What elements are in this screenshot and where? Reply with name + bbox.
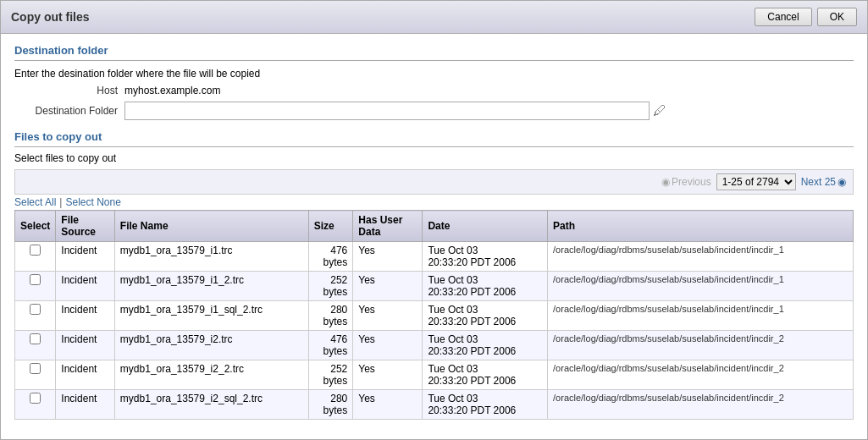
files-section-title: Files to copy out: [14, 130, 854, 147]
row-date: Tue Oct 0320:33:20 PDT 2006: [423, 331, 548, 360]
next-button[interactable]: Next 25 ◉: [801, 176, 846, 188]
row-date: Tue Oct 0320:33:20 PDT 2006: [423, 301, 548, 331]
table-row: Incidentmydb1_ora_13579_i1_2.trc252bytes…: [15, 272, 854, 301]
previous-button: ◉ Previous: [661, 176, 711, 188]
row-has-user-data: Yes: [353, 360, 423, 390]
row-date: Tue Oct 0320:33:20 PDT 2006: [423, 272, 548, 301]
row-checkbox-cell: [15, 331, 56, 360]
th-file-name: File Name: [114, 211, 308, 242]
row-size: 280bytes: [308, 301, 353, 331]
row-date: Tue Oct 0320:33:20 PDT 2006: [423, 242, 548, 272]
row-checkbox[interactable]: [30, 393, 41, 404]
row-file-source: Incident: [56, 331, 115, 360]
pagination-range-select[interactable]: 1-25 of 2794: [716, 173, 796, 190]
row-checkbox-cell: [15, 272, 56, 301]
previous-circle-icon: ◉: [661, 176, 670, 188]
row-path: /oracle/log/diag/rdbms/suselab/suselab/i…: [548, 242, 854, 272]
row-checkbox[interactable]: [30, 304, 41, 315]
host-value: myhost.example.com: [124, 85, 220, 96]
row-checkbox[interactable]: [30, 333, 41, 344]
copy-out-files-dialog: Copy out files Cancel OK Destination fol…: [0, 0, 868, 440]
row-date: Tue Oct 0320:33:20 PDT 2006: [423, 390, 548, 420]
row-path: /oracle/log/diag/rdbms/suselab/suselab/i…: [548, 331, 854, 360]
row-file-source: Incident: [56, 360, 115, 390]
destination-section: Destination folder Enter the desination …: [14, 44, 854, 120]
row-file-name: mydb1_ora_13579_i2_sql_2.trc: [114, 390, 308, 420]
th-has-user-data: Has UserData: [353, 211, 423, 242]
destination-folder-input[interactable]: [124, 102, 650, 120]
th-size: Size: [308, 211, 353, 242]
table-row: Incidentmydb1_ora_13579_i2_sql_2.trc280b…: [15, 390, 854, 420]
next-label: Next 25: [801, 176, 836, 188]
th-date: Date: [423, 211, 548, 242]
browse-icon[interactable]: 🖊: [653, 103, 666, 118]
th-file-source: FileSource: [56, 211, 115, 242]
row-path: /oracle/log/diag/rdbms/suselab/suselab/i…: [548, 360, 854, 390]
host-row: Host myhost.example.com: [14, 85, 854, 96]
row-file-name: mydb1_ora_13579_i1_2.trc: [114, 272, 308, 301]
row-file-source: Incident: [56, 390, 115, 420]
table-row: Incidentmydb1_ora_13579_i1_sql_2.trc280b…: [15, 301, 854, 331]
dialog-body: Destination folder Enter the desination …: [1, 34, 867, 430]
row-has-user-data: Yes: [353, 242, 423, 272]
th-path: Path: [548, 211, 854, 242]
previous-label: Previous: [672, 176, 711, 188]
table-row: Incidentmydb1_ora_13579_i2_2.trc252bytes…: [15, 360, 854, 390]
table-row: Incidentmydb1_ora_13579_i2.trc476bytesYe…: [15, 331, 854, 360]
host-label: Host: [14, 85, 124, 96]
th-select: Select: [15, 211, 56, 242]
table-row: Incidentmydb1_ora_13579_i1.trc476bytesYe…: [15, 242, 854, 272]
cancel-button[interactable]: Cancel: [755, 8, 811, 26]
destination-folder-label: Destination Folder: [14, 105, 124, 117]
row-size: 476bytes: [308, 331, 353, 360]
row-date: Tue Oct 0320:33:20 PDT 2006: [423, 360, 548, 390]
row-has-user-data: Yes: [353, 301, 423, 331]
row-file-source: Incident: [56, 301, 115, 331]
row-checkbox-cell: [15, 242, 56, 272]
destination-section-title: Destination folder: [14, 44, 854, 61]
destination-folder-row: Destination Folder 🖊: [14, 102, 854, 120]
file-table-body: Incidentmydb1_ora_13579_i1.trc476bytesYe…: [15, 242, 854, 420]
row-checkbox-cell: [15, 301, 56, 331]
row-file-name: mydb1_ora_13579_i2.trc: [114, 331, 308, 360]
row-path: /oracle/log/diag/rdbms/suselab/suselab/i…: [548, 390, 854, 420]
destination-description: Enter the desination folder where the fi…: [14, 68, 854, 80]
dialog-action-buttons: Cancel OK: [755, 8, 857, 26]
select-links-separator: |: [59, 196, 62, 208]
pagination-range[interactable]: 1-25 of 2794: [716, 173, 796, 190]
ok-button[interactable]: OK: [817, 8, 857, 26]
table-header-row: Select FileSource File Name Size Has Use…: [15, 211, 854, 242]
row-size: 252bytes: [308, 272, 353, 301]
row-path: /oracle/log/diag/rdbms/suselab/suselab/i…: [548, 272, 854, 301]
row-size: 252bytes: [308, 360, 353, 390]
select-none-link[interactable]: Select None: [65, 196, 120, 208]
row-has-user-data: Yes: [353, 331, 423, 360]
row-file-source: Incident: [56, 242, 115, 272]
select-all-link[interactable]: Select All: [14, 196, 56, 208]
row-has-user-data: Yes: [353, 390, 423, 420]
row-has-user-data: Yes: [353, 272, 423, 301]
file-table: Select FileSource File Name Size Has Use…: [14, 210, 854, 420]
row-file-name: mydb1_ora_13579_i1_sql_2.trc: [114, 301, 308, 331]
row-file-source: Incident: [56, 272, 115, 301]
row-file-name: mydb1_ora_13579_i1.trc: [114, 242, 308, 272]
row-file-name: mydb1_ora_13579_i2_2.trc: [114, 360, 308, 390]
row-path: /oracle/log/diag/rdbms/suselab/suselab/i…: [548, 301, 854, 331]
row-checkbox-cell: [15, 360, 56, 390]
row-checkbox[interactable]: [30, 274, 41, 285]
dialog-title-text: Copy out files: [11, 10, 90, 24]
row-checkbox[interactable]: [30, 363, 41, 374]
next-circle-icon: ◉: [838, 176, 846, 188]
dialog-title-bar: Copy out files Cancel OK: [1, 1, 867, 34]
row-size: 280bytes: [308, 390, 353, 420]
files-section: Files to copy out Select files to copy o…: [14, 130, 854, 420]
row-checkbox-cell: [15, 390, 56, 420]
row-size: 476bytes: [308, 242, 353, 272]
files-subtitle: Select files to copy out: [14, 152, 854, 164]
pagination-bar: ◉ Previous 1-25 of 2794 Next 25 ◉: [14, 169, 854, 195]
select-links: Select All | Select None: [14, 196, 854, 208]
row-checkbox[interactable]: [30, 245, 41, 256]
